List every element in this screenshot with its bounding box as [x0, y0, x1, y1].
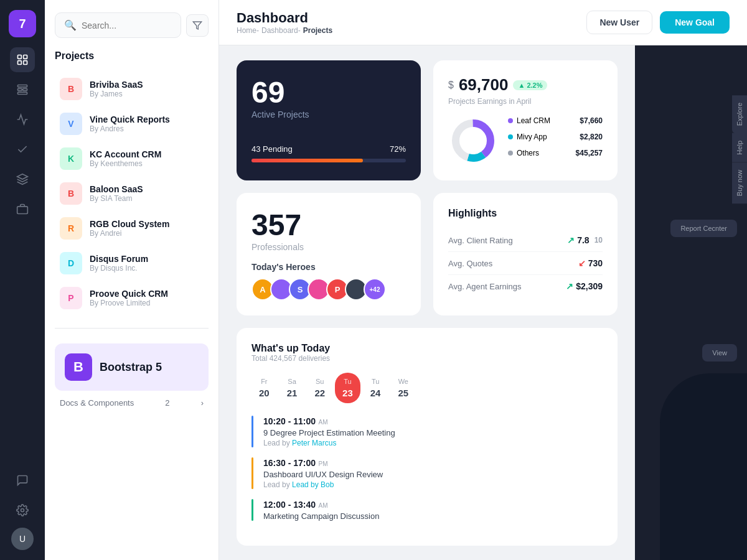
earnings-badge: ▲ 2.2% [513, 80, 547, 90]
earnings-card: $ 69,700 ▲ 2.2% Projects Earnings in Apr… [433, 60, 618, 180]
nav-icon-home[interactable] [10, 47, 35, 72]
content-main: 69 Active Projects 43 Pending 72% $ 69,7… [219, 45, 635, 560]
day-number: 21 [287, 388, 298, 398]
search-bar[interactable]: 🔍 [55, 12, 181, 38]
project-logo: B [60, 182, 82, 205]
earnings-header: $ 69,700 ▲ 2.2% [448, 75, 603, 95]
project-item[interactable]: D Disqus Forum By Disqus Inc. [55, 246, 209, 281]
earnings-sub: Projects Earnings in April [448, 97, 603, 106]
professionals-card: 357 Professionals Today's Heroes ASP+42 [237, 193, 421, 315]
event-item: 16:30 - 17:00 PM Dashboard UI/UX Design … [251, 457, 603, 489]
project-by: By SIA Team [90, 194, 143, 203]
panel-tab-buynow[interactable]: Buy now [732, 162, 747, 203]
day-name: Tu [344, 378, 351, 385]
legend-name: Mivy App [517, 133, 547, 141]
nav-icon-check[interactable] [10, 137, 35, 162]
day-item[interactable]: Tu 23 [335, 373, 360, 403]
new-user-button[interactable]: New User [586, 11, 652, 34]
project-item[interactable]: R RGB Cloud System By Andrei [55, 211, 209, 246]
nav-avatar[interactable]: 7 [9, 10, 36, 37]
new-goal-button[interactable]: New Goal [660, 11, 730, 34]
project-by: By James [90, 90, 143, 98]
panel-tab-help[interactable]: Help [732, 133, 747, 162]
legend-value: $7,660 [580, 116, 603, 129]
docs-row[interactable]: Docs & Components 2 › [55, 391, 209, 408]
panel-tab-explore[interactable]: Explore [732, 95, 747, 133]
nav-icon-settings[interactable] [10, 498, 35, 523]
sidebar: 🔍 Projects B Briviba SaaS By James V Vin… [45, 0, 219, 560]
highlights-title: Highlights [448, 208, 603, 219]
day-number: 22 [314, 388, 325, 398]
search-icon: 🔍 [64, 19, 77, 31]
day-item[interactable]: Tu 24 [363, 373, 388, 403]
pending-label: 43 Pending [251, 144, 293, 154]
day-number: 20 [259, 388, 270, 398]
event-time: 12:00 - 13:40 AM [263, 499, 603, 510]
svg-point-10 [21, 509, 24, 512]
svg-rect-9 [17, 207, 28, 214]
event-time: 16:30 - 17:00 PM [263, 457, 603, 469]
legend-value: $2,820 [580, 133, 603, 145]
svg-rect-5 [18, 88, 22, 90]
day-name: We [398, 378, 408, 385]
highlight-row: Avg. Client Rating ↗ 7.810 [448, 229, 603, 252]
day-number: 23 [342, 388, 353, 398]
day-item[interactable]: Sa 21 [280, 373, 305, 403]
calendar-title: What's up Today [251, 343, 603, 354]
svg-rect-4 [18, 85, 27, 87]
day-name: Tu [372, 378, 379, 385]
earnings-body: Leaf CRM $7,660 Mivy App $2,820 Others $… [448, 116, 603, 166]
sidebar-title: Projects [55, 50, 209, 62]
calendar-header: What's up Today Total 424,567 deliveries [251, 343, 603, 363]
project-item[interactable]: B Briviba SaaS By James [55, 72, 209, 106]
nav-icon-chat[interactable] [10, 468, 35, 493]
project-by: By Proove Limited [90, 299, 168, 307]
nav-icon-layers[interactable] [10, 167, 35, 192]
project-logo: V [60, 113, 82, 135]
search-input[interactable] [82, 21, 172, 30]
highlight-row: Avg. Quotes ↙ 730 [448, 252, 603, 275]
highlights-card: Highlights Avg. Client Rating ↗ 7.810 Av… [433, 193, 618, 315]
project-by: By Disqus Inc. [90, 264, 148, 273]
svg-marker-8 [17, 174, 28, 179]
project-item[interactable]: K KC Account CRM By Keenthemes [55, 141, 209, 176]
project-item[interactable]: V Vine Quick Reports By Andres [55, 106, 209, 141]
events-list: 10:20 - 11:00 AM 9 Degree Project Estima… [251, 416, 603, 521]
professionals-number: 357 [251, 208, 406, 242]
nav-icon-briefcase[interactable] [10, 197, 35, 222]
event-time: 10:20 - 11:00 AM [263, 416, 603, 427]
progress-bar-inner [251, 159, 363, 162]
event-name: 9 Degree Project Estimation Meeting [263, 428, 603, 437]
earnings-amount: 69,700 [459, 75, 509, 95]
main-content: Dashboard Home- Dashboard- Projects New … [219, 0, 747, 560]
filter-button[interactable] [186, 14, 209, 37]
project-item[interactable]: B Baloon SaaS By SIA Team [55, 176, 209, 211]
day-name: Fr [261, 378, 267, 385]
legend-name: Leaf CRM [517, 116, 550, 125]
highlight-label: Avg. Quotes [448, 259, 492, 268]
highlights-rows: Avg. Client Rating ↗ 7.810 Avg. Quotes ↙… [448, 229, 603, 297]
legend-dot [508, 118, 513, 123]
report-center-button[interactable]: Report Cecnter [670, 220, 737, 237]
bootstrap-card[interactable]: B Bootstrap 5 [55, 343, 209, 391]
nav-icon-chart[interactable] [10, 107, 35, 132]
day-item[interactable]: Fr 20 [251, 373, 277, 403]
earnings-legend: Leaf CRM $7,660 Mivy App $2,820 Others $… [508, 116, 603, 165]
active-projects-card: 69 Active Projects 43 Pending 72% [237, 60, 421, 180]
breadcrumb: Home- Dashboard- Projects [237, 26, 332, 35]
user-avatar[interactable]: U [11, 528, 34, 550]
page-title: Dashboard [237, 10, 332, 26]
docs-count: 2 [165, 398, 169, 408]
content-area: 69 Active Projects 43 Pending 72% $ 69,7… [219, 45, 747, 560]
view-button-1[interactable]: View [702, 344, 737, 362]
donut-chart [448, 116, 498, 166]
project-item[interactable]: P Proove Quick CRM By Proove Limited [55, 281, 209, 315]
svg-rect-6 [23, 88, 27, 90]
event-border [251, 416, 253, 447]
panel-tabs: Explore Help Buy now [732, 95, 747, 203]
nav-icon-grid[interactable] [10, 77, 35, 102]
day-item[interactable]: Su 22 [307, 373, 332, 403]
project-logo: B [60, 78, 82, 100]
legend-dot [508, 151, 513, 156]
day-item[interactable]: We 25 [390, 373, 416, 403]
